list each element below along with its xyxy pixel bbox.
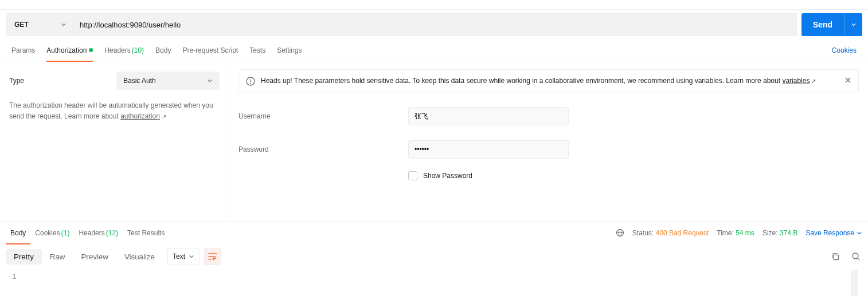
tab-response-cookies[interactable]: Cookies (1): [30, 222, 74, 244]
tab-response-body[interactable]: Body: [6, 222, 30, 244]
request-tabs: Params Authorization Headers (10) Body P…: [0, 40, 868, 61]
auth-type-label: Type: [9, 77, 24, 85]
format-select[interactable]: Text: [167, 248, 200, 265]
wrap-icon: [208, 252, 217, 261]
tab-params[interactable]: Params: [6, 40, 41, 61]
chevron-down-icon: [189, 254, 194, 259]
view-mode-segment: Pretty Raw Preview Visualize: [6, 249, 163, 265]
save-response-button[interactable]: Save Response: [806, 229, 862, 237]
tab-response-headers[interactable]: Headers (12): [74, 222, 123, 244]
request-url-bar: GET Send: [0, 10, 868, 40]
alert-icon: [246, 77, 255, 86]
wrap-lines-button[interactable]: [204, 248, 221, 265]
tab-headers[interactable]: Headers (10): [99, 40, 150, 61]
variables-help-link[interactable]: variables↗: [782, 77, 816, 85]
chevron-down-icon: [857, 230, 862, 236]
password-label: Password: [238, 145, 408, 153]
tab-authorization[interactable]: Authorization: [41, 40, 99, 61]
tab-tests[interactable]: Tests: [244, 40, 271, 61]
response-editor[interactable]: 1: [0, 270, 868, 296]
chevron-down-icon: [851, 22, 857, 27]
method-label: GET: [14, 21, 29, 29]
show-password-checkbox[interactable]: [408, 171, 417, 180]
auth-type-value: Basic Auth: [123, 77, 156, 85]
size-text: Size: 374 B: [763, 229, 797, 237]
auth-type-select[interactable]: Basic Auth: [116, 72, 220, 90]
scrollbar[interactable]: [851, 270, 858, 296]
method-select[interactable]: GET: [6, 13, 73, 36]
view-pretty-button[interactable]: Pretty: [6, 249, 42, 265]
auth-left-pane: Type Basic Auth The authorization header…: [0, 61, 229, 222]
line-number: 1: [0, 273, 29, 281]
send-button[interactable]: Send: [801, 13, 844, 36]
format-value: Text: [173, 252, 185, 261]
status-text: Status: 400 Bad Request: [632, 229, 709, 237]
tab-prerequest[interactable]: Pre-request Script: [177, 40, 244, 61]
close-icon[interactable]: [844, 77, 851, 84]
tab-body[interactable]: Body: [150, 40, 177, 61]
username-input[interactable]: [408, 107, 569, 125]
authorization-help-link[interactable]: authorization↗: [120, 112, 166, 120]
tab-settings[interactable]: Settings: [271, 40, 307, 61]
globe-icon[interactable]: [616, 228, 624, 237]
view-raw-button[interactable]: Raw: [42, 249, 73, 265]
chevron-down-icon: [207, 78, 213, 84]
external-link-icon: ↗: [162, 112, 166, 121]
search-icon[interactable]: [850, 250, 862, 263]
response-view-row: Pretty Raw Preview Visualize Text: [0, 243, 868, 270]
chevron-down-icon: [61, 22, 67, 27]
show-password-label: Show Password: [423, 172, 472, 180]
view-preview-button[interactable]: Preview: [73, 249, 116, 265]
copy-icon[interactable]: [829, 250, 842, 263]
send-dropdown-button[interactable]: [844, 13, 862, 36]
response-tabs: Body Cookies (1) Headers (12) Test Resul…: [0, 222, 868, 243]
auth-right-pane: Heads up! These parameters hold sensitiv…: [229, 61, 868, 222]
auth-help-text: The authorization header will be automat…: [9, 100, 220, 121]
changed-indicator-icon: [89, 48, 93, 52]
view-visualize-button[interactable]: Visualize: [116, 249, 163, 265]
svg-point-2: [250, 82, 251, 84]
username-label: Username: [238, 112, 408, 120]
time-text: Time: 54 ms: [717, 229, 754, 237]
password-input[interactable]: [408, 140, 569, 159]
svg-line-8: [858, 258, 859, 260]
svg-rect-6: [834, 255, 838, 259]
external-link-icon: ↗: [811, 78, 816, 84]
svg-point-7: [853, 253, 858, 259]
sensitive-data-alert: Heads up! These parameters hold sensitiv…: [238, 69, 859, 92]
tab-response-test-results[interactable]: Test Results: [123, 222, 169, 244]
url-input[interactable]: [73, 13, 797, 36]
cookies-link[interactable]: Cookies: [826, 46, 862, 54]
